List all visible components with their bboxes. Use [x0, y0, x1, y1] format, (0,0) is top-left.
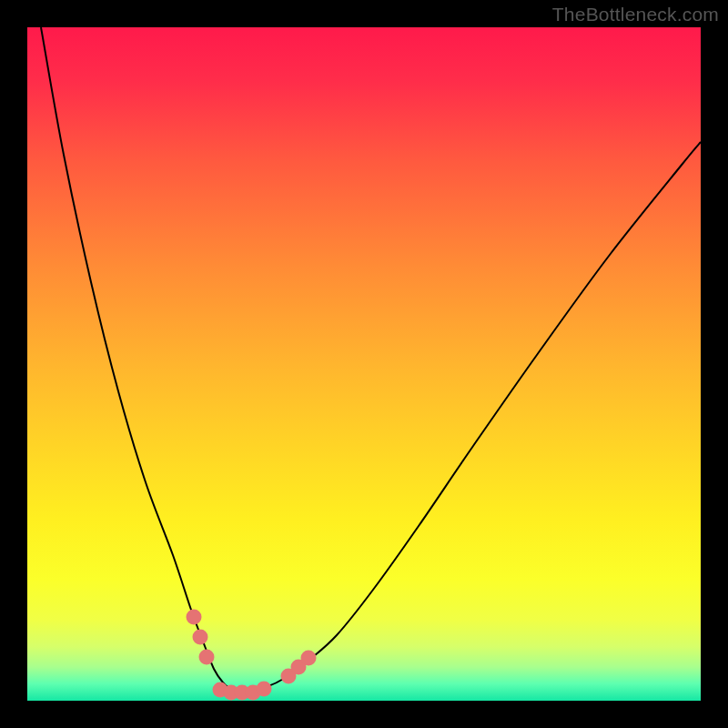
- watermark-text: TheBottleneck.com: [552, 4, 719, 25]
- chart-frame: TheBottleneck.com: [0, 0, 728, 728]
- data-marker: [187, 610, 202, 625]
- curve-layer: [27, 27, 701, 701]
- bottleneck-curve: [41, 27, 701, 692]
- data-marker: [193, 630, 208, 645]
- data-marker: [301, 651, 317, 666]
- plot-area: [27, 27, 701, 701]
- data-markers: [187, 610, 317, 701]
- data-marker: [257, 682, 272, 697]
- data-marker: [199, 650, 215, 665]
